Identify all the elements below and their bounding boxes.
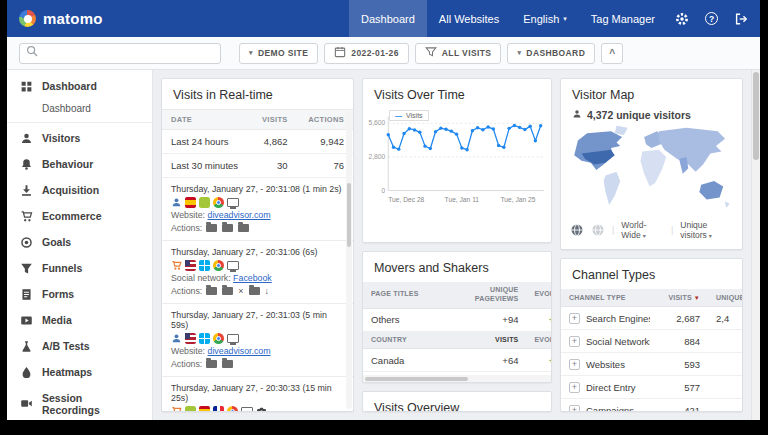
sidebar-item-funnels[interactable]: Funnels	[7, 255, 152, 281]
sidebar-item-forms[interactable]: Forms	[7, 281, 152, 307]
channel-visits: 884	[650, 330, 708, 353]
page-folder-icon[interactable]	[206, 360, 217, 368]
download-action-icon[interactable]: ↓	[265, 286, 270, 296]
expand-row-icon[interactable]: +	[569, 313, 580, 324]
widget-scrollbar[interactable]	[346, 111, 352, 409]
table-row[interactable]: +Direct Entry 577	[561, 376, 743, 399]
signout-icon[interactable]	[726, 0, 756, 37]
site-selector-button[interactable]: ▾ DEMO SITE	[239, 43, 318, 64]
exit-action-icon[interactable]: ×	[238, 286, 243, 296]
sidebar-item-dashboard[interactable]: Dashboard	[7, 73, 152, 99]
page-folder-icon[interactable]	[206, 287, 217, 295]
sidebar-item-behaviour[interactable]: Behaviour	[7, 151, 152, 177]
table-row[interactable]: Others +94 +36%	[363, 308, 552, 331]
column-header[interactable]: COUNTRY	[363, 331, 459, 349]
zen-mode-button[interactable]: ^	[601, 43, 623, 64]
sidebar-item-media[interactable]: Media	[7, 307, 152, 333]
table-row[interactable]: Canada +64 +43%	[363, 349, 552, 372]
help-icon[interactable]: ?	[697, 0, 726, 37]
ref-link[interactable]: diveadvisor.com	[208, 346, 271, 356]
globe-view-button[interactable]	[570, 223, 584, 237]
nav-all-websites[interactable]: All Websites	[427, 0, 511, 37]
column-header-unique-visitors[interactable]: UNIQUE VISIT	[708, 289, 743, 307]
nav-tag-manager[interactable]: Tag Manager	[579, 0, 667, 37]
map-region-north-america[interactable]	[574, 131, 622, 170]
column-header[interactable]: UNIQUE PAGEVIEWS	[459, 282, 527, 308]
left-sidebar: Dashboard Dashboard Visitors Behaviour A…	[7, 70, 153, 420]
map-region-africa[interactable]	[640, 150, 666, 187]
column-header-visits[interactable]: VISITS	[251, 110, 297, 130]
returning-visitor-icon	[171, 197, 182, 208]
ref-link[interactable]: diveadvisor.com	[208, 210, 271, 220]
sidebar-item-ab-tests[interactable]: A/B Tests	[7, 333, 152, 359]
expand-row-icon[interactable]: +	[569, 336, 580, 347]
column-header[interactable]: EVOLUTION	[526, 331, 552, 349]
widget-title: Movers and Shakers	[363, 252, 551, 282]
os-android-icon	[185, 406, 196, 412]
movers-table: PAGE TITLES UNIQUE PAGEVIEWS EVOLUTION O…	[363, 282, 552, 372]
map-region-greenland[interactable]	[615, 126, 628, 135]
expand-row-icon[interactable]: +	[569, 382, 580, 393]
sidebar-subitem-dashboard[interactable]: Dashboard	[7, 99, 152, 122]
matomo-logo[interactable]: matomo	[19, 10, 103, 27]
ref-link[interactable]: Facebook	[233, 273, 272, 283]
scrollbar-thumb[interactable]	[753, 72, 759, 160]
date-picker-button[interactable]: 2022-01-26	[324, 43, 408, 64]
channel-label: Social Networks	[586, 336, 650, 347]
scrollbar-thumb[interactable]	[347, 183, 351, 247]
map-region-new-zealand[interactable]	[725, 201, 730, 207]
visit-icons	[171, 406, 344, 412]
widget-visits-in-real-time: Visits in Real-time DATE VISITS ACTIONS …	[161, 78, 354, 412]
vertical-scrollbar[interactable]	[751, 70, 760, 420]
page-folder-icon[interactable]	[222, 360, 233, 368]
sidebar-item-label: Session Recordings	[42, 392, 139, 416]
widget-visits-over-time: Visits Over Time — Visits 5,6002,8000Tue…	[362, 78, 552, 243]
map-region-australia[interactable]	[699, 181, 723, 199]
segment-selector-button[interactable]: ALL VISITS	[415, 43, 502, 64]
page-folder-icon[interactable]	[222, 224, 233, 232]
page-folder-icon[interactable]	[249, 287, 260, 295]
world-map[interactable]	[567, 124, 736, 216]
matomo-app: matomo Dashboard All Websites English ▾ …	[7, 0, 760, 420]
column-header-visits[interactable]: VISITS▼	[650, 289, 708, 307]
column-header-actions[interactable]: ACTIONS	[297, 110, 353, 130]
sidebar-item-heatmaps[interactable]: Heatmaps	[7, 359, 152, 385]
scrollbar-thumb[interactable]	[365, 377, 468, 381]
sidebar-item-session-recordings[interactable]: Session Recordings	[7, 385, 152, 420]
metric-selector[interactable]: Unique visitors▾	[680, 220, 733, 240]
region-selector[interactable]: World-Wide▾	[621, 220, 664, 240]
flat-map-view-button[interactable]	[591, 223, 605, 237]
table-row[interactable]: +Social Networks 884	[561, 330, 743, 353]
svg-text:5,600: 5,600	[368, 119, 385, 126]
column-header[interactable]: VISITS	[459, 331, 527, 349]
inbox-arrow-icon	[20, 184, 33, 197]
horizontal-scrollbar[interactable]	[363, 375, 551, 382]
column-header-channel-type[interactable]: CHANNEL TYPE	[561, 289, 650, 307]
map-region-south-america[interactable]	[604, 172, 621, 205]
sidebar-item-visitors[interactable]: Visitors	[7, 125, 152, 151]
sidebar-item-goals[interactable]: Goals	[7, 229, 152, 255]
table-row[interactable]: +Websites 593	[561, 353, 743, 376]
visits-over-time-chart[interactable]: — Visits 5,6002,8000Tue, Dec 28Tue, Jan …	[365, 109, 547, 227]
table-row[interactable]: +Campaigns 421	[561, 399, 743, 413]
device-desktop-icon	[227, 334, 239, 343]
visit-datetime: Thursday, January 27, - 20:30:33 (15 min…	[171, 383, 344, 403]
dashboard-selector-button[interactable]: ▾ DASHBOARD	[507, 43, 595, 64]
search-input[interactable]	[44, 47, 214, 60]
gear-icon[interactable]	[667, 0, 697, 37]
nav-dashboard[interactable]: Dashboard	[349, 0, 427, 37]
column-header[interactable]: PAGE TITLES	[363, 282, 459, 308]
page-folder-icon[interactable]	[222, 287, 233, 295]
expand-row-icon[interactable]: +	[569, 359, 580, 370]
page-folder-icon[interactable]	[238, 224, 249, 232]
sidebar-item-ecommerce[interactable]: Ecommerce	[7, 203, 152, 229]
channel-visits: 421	[650, 399, 708, 413]
table-row[interactable]: +Search Engines 2,687 2,4	[561, 307, 743, 330]
sidebar-item-acquisition[interactable]: Acquisition	[7, 177, 152, 203]
nav-language-selector[interactable]: English ▾	[511, 0, 579, 37]
column-header-date[interactable]: DATE	[162, 110, 251, 130]
page-folder-icon[interactable]	[206, 224, 217, 232]
expand-row-icon[interactable]: +	[569, 405, 580, 413]
column-header[interactable]: EVOLUTION	[526, 282, 552, 308]
map-region-asia[interactable]	[659, 128, 725, 172]
